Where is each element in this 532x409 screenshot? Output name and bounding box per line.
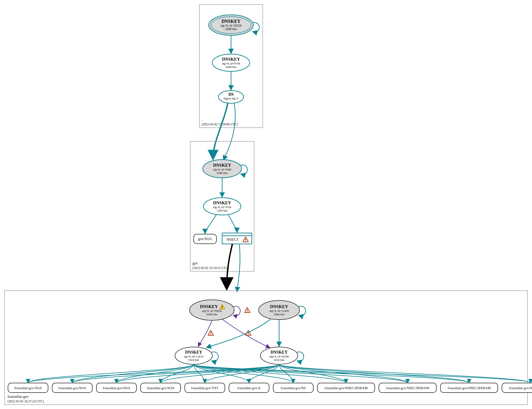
svg-text:alg=8, id=7698: alg=8, id=7698 — [213, 168, 231, 171]
rrset-label: foiaonline.gov/A — [237, 386, 261, 390]
svg-text:foiaonline.gov: foiaonline.gov — [8, 395, 29, 399]
svg-text:(2022-03-02 16:19:52 UTC): (2022-03-02 16:19:52 UTC) — [192, 266, 229, 270]
svg-text:alg=8, id=12409: alg=8, id=12409 — [269, 309, 289, 313]
svg-text:2048 bits: 2048 bits — [274, 313, 285, 316]
rrset-label: foiaonline.gov/NSEC3PARAM — [325, 386, 368, 390]
rrset-label: foiaonline.gov/SOA — [102, 386, 130, 390]
root-dnskey-20326: DNSKEY alg=8, id=20326 2048 bits — [209, 15, 259, 35]
svg-text:DNSKEY: DNSKEY — [222, 57, 240, 62]
rrset-label: foiaonline.gov/NS — [281, 386, 306, 390]
rrset-node: foiaonline.gov/A — [229, 383, 269, 393]
svg-text:2048 bits: 2048 bits — [207, 313, 217, 316]
rrset-label: foiaonline.gov/NSEC3PARAM — [509, 386, 532, 390]
rrset-label: foiaonline.gov/SOA — [147, 386, 174, 390]
rrset-node: foiaonline.gov/NSEC3PARAM — [440, 383, 498, 393]
svg-text:NSEC3: NSEC3 — [226, 237, 238, 242]
svg-text:.: . — [202, 118, 203, 121]
svg-text:gov/SOA: gov/SOA — [198, 237, 212, 241]
svg-text:alg=8, id=43206: alg=8, id=43206 — [269, 355, 289, 358]
svg-text:DNSKEY: DNSKEY — [271, 350, 288, 354]
rrset-label: foiaonline.gov/TXT — [191, 386, 218, 390]
svg-text:alg=8, id=20326: alg=8, id=20326 — [221, 24, 242, 27]
svg-text:(2022-03-02 15:28:00 UTC): (2022-03-02 15:28:00 UTC) — [202, 123, 238, 126]
svg-text:DNSKEY: DNSKEY — [213, 163, 231, 167]
rrset-node: foiaonline.gov/SOA — [8, 383, 48, 393]
edge — [161, 364, 279, 383]
svg-text:DNSKEY: DNSKEY — [200, 304, 218, 309]
rrset-node: foiaonline.gov/NSEC3PARAM — [379, 383, 436, 393]
zone-gov: DNSKEY alg=8, id=7698 2048 bits DNSKEY a… — [190, 141, 254, 271]
rrset-label: foiaonline.gov/NSEC3PARAM — [386, 386, 429, 390]
foia-dnskey-12409: DNSKEY alg=8, id=12409 2048 bits — [259, 300, 306, 320]
svg-text:DNSKEY: DNSKEY — [221, 19, 241, 24]
svg-text:DS: DS — [228, 92, 234, 97]
rrset-label: foiaonline.gov/SOA — [14, 386, 42, 390]
rrset-node: foiaonline.gov/NSEC3PARAM — [317, 383, 375, 393]
svg-text:gov: gov — [192, 261, 198, 265]
warning-icon — [244, 307, 250, 313]
svg-text:2048 bits: 2048 bits — [217, 171, 228, 175]
rrset-node: foiaonline.gov/SOA — [96, 383, 136, 393]
svg-text:alg=8, id=7030: alg=8, id=7030 — [213, 205, 231, 209]
rrset-label: foiaonline.gov/SOA — [58, 386, 86, 390]
root-ds: DS digest alg=2 — [218, 91, 243, 103]
svg-text:alg=8, id=12633: alg=8, id=12633 — [184, 355, 203, 358]
edge — [279, 364, 531, 383]
rrset-node: foiaonline.gov/TXT — [185, 383, 225, 393]
svg-text:DNSKEY: DNSKEY — [213, 200, 231, 205]
svg-text:2048 bits: 2048 bits — [225, 27, 237, 31]
warning-icon — [208, 330, 214, 335]
rrset-node: foiaonline.gov/NS — [273, 383, 313, 393]
foia-dnskey-43206: DNSKEY alg=8, id=43206 1024 bits — [261, 347, 304, 364]
svg-text:alg=8, id=59026: alg=8, id=59026 — [202, 309, 222, 313]
svg-text:DNSKEY: DNSKEY — [185, 350, 202, 354]
foia-dnskey-59026: DNSKEY alg=8, id=59026 2048 bits — [189, 300, 250, 320]
svg-text:alg=8, id=9799: alg=8, id=9799 — [222, 62, 240, 65]
root-dnskey-9799: DNSKEY alg=8, id=9799 2048 bits — [212, 54, 250, 71]
svg-text:1280 bits: 1280 bits — [217, 209, 228, 212]
edge — [194, 364, 531, 383]
svg-text:1024 bits: 1024 bits — [274, 358, 285, 362]
svg-text:1024 bits: 1024 bits — [188, 358, 199, 362]
rrset-node: foiaonline.gov/SOA — [141, 383, 181, 393]
zone-root: DNSKEY alg=8, id=20326 2048 bits DNSKEY … — [199, 5, 263, 128]
rrset-node: foiaonline.gov/NSEC3PARAM — [502, 383, 532, 393]
edge — [194, 364, 469, 383]
gov-dnskey-7698: DNSKEY alg=8, id=7698 2048 bits — [203, 160, 247, 178]
rrset-label: foiaonline.gov/NSEC3PARAM — [448, 386, 491, 390]
gov-nsec3: NSEC3 — [222, 233, 252, 244]
gov-soa: gov/SOA — [194, 234, 216, 244]
gov-dnskey-7030: DNSKEY alg=8, id=7030 1280 bits — [203, 198, 241, 215]
svg-text:DNSKEY: DNSKEY — [270, 304, 288, 309]
rrset-node: foiaonline.gov/SOA — [52, 383, 92, 393]
svg-text:(2022-03-02 16:37:24 UTC): (2022-03-02 16:37:24 UTC) — [8, 400, 44, 403]
svg-text:digest alg=2: digest alg=2 — [224, 97, 238, 100]
zone-foiaonline: DNSKEY alg=8, id=59026 2048 bits DNSKEY … — [5, 291, 532, 405]
svg-text:2048 bits: 2048 bits — [225, 65, 236, 69]
foia-dnskey-12633: DNSKEY alg=8, id=12633 1024 bits — [175, 347, 218, 364]
